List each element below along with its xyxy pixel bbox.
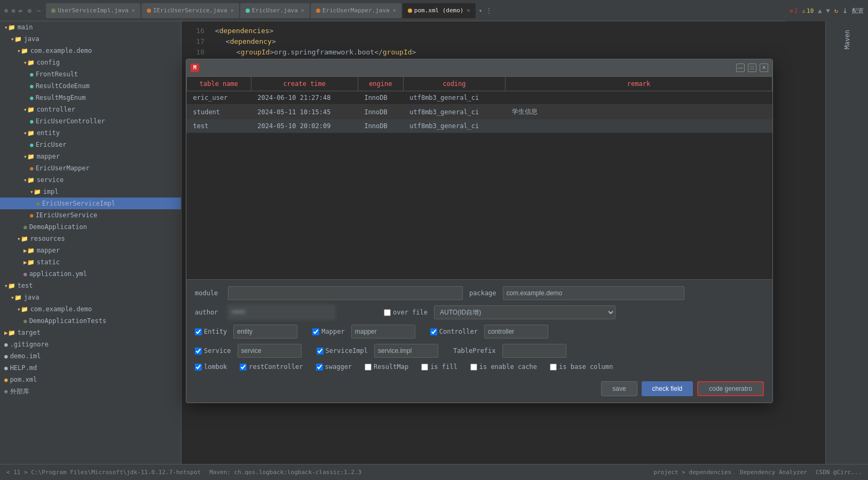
is-base-column-label: is base column	[559, 363, 613, 371]
cell-engine: InnoDB	[358, 91, 403, 105]
form-area: module package author over file	[186, 280, 772, 377]
cell-engine: InnoDB	[358, 120, 403, 133]
col-table-name: table name	[187, 77, 251, 91]
swagger-checkbox-group: swagger	[316, 363, 352, 371]
service-input[interactable]	[238, 344, 302, 358]
table-row[interactable]: test 2024-05-10 20:02:09 InnoDB utf8mb3_…	[187, 120, 772, 133]
service-label: Service	[204, 347, 231, 355]
form-section: module package author over file	[186, 279, 772, 403]
cell-engine: InnoDB	[358, 105, 403, 120]
author-input[interactable]	[228, 305, 335, 319]
col-remark: remark	[506, 77, 772, 91]
swagger-checkbox[interactable]	[316, 364, 323, 371]
serviceimpl-checkbox-group: ServiceImpl	[317, 347, 368, 355]
resultmap-label: ResultMap	[374, 363, 408, 371]
cell-create-time: 2024-05-10 20:02:09	[251, 120, 358, 133]
options-row: lombok restController swagger Resul	[195, 363, 764, 371]
is-enable-cache-label: is enable cache	[479, 363, 537, 371]
cell-coding: utf8mb3_general_ci	[403, 105, 505, 120]
is-fill-label: is fill	[430, 363, 457, 371]
button-row: save check field code generatro	[186, 377, 772, 403]
entity-input[interactable]	[233, 325, 297, 339]
cell-coding: utf8mb3_general_ci	[403, 120, 505, 133]
is-base-column-checkbox[interactable]	[550, 364, 557, 371]
service-checkbox-group: Service	[195, 347, 231, 355]
modal-title-left: M	[191, 64, 199, 72]
is-fill-checkbox[interactable]	[421, 364, 428, 371]
entity-checkbox[interactable]	[195, 328, 202, 335]
cell-coding: utf8mb3_general_ci	[403, 91, 505, 105]
module-package-row: module package	[195, 286, 764, 300]
modal-overlay: M — □ ✕ table name create time engine	[0, 0, 868, 480]
cell-table-name: test	[187, 120, 251, 133]
swagger-label: swagger	[325, 363, 352, 371]
is-enable-cache-checkbox-group: is enable cache	[470, 363, 537, 371]
tables-table: table name create time engine coding rem…	[186, 76, 772, 133]
entity-checkbox-group: Entity	[195, 328, 227, 335]
mapper-checkbox[interactable]	[312, 328, 319, 335]
entity-mapper-controller-row: Entity Mapper Controller	[195, 325, 764, 339]
lombok-label: lombok	[204, 363, 227, 371]
serviceimpl-checkbox[interactable]	[317, 348, 323, 355]
check-field-button[interactable]: check field	[642, 381, 693, 396]
is-enable-cache-checkbox[interactable]	[470, 364, 477, 371]
resultmap-checkbox[interactable]	[365, 364, 372, 371]
is-fill-checkbox-group: is fill	[421, 363, 457, 371]
mapper-label: Mapper	[321, 328, 344, 335]
controller-input[interactable]	[484, 325, 548, 339]
col-create-time: create time	[251, 77, 358, 91]
controller-label: Controller	[439, 328, 478, 335]
code-generator-modal: M — □ ✕ table name create time engine	[186, 59, 773, 403]
tableprefix-input[interactable]	[502, 344, 566, 358]
table-empty-area	[186, 133, 772, 279]
cell-create-time: 2024-06-10 21:27:48	[251, 91, 358, 105]
ide-background: ⊕ ≡ ⇌ ⚙ — UserServiceImpl.java × IEricUs…	[0, 0, 868, 480]
lombok-checkbox[interactable]	[195, 364, 202, 371]
table-scroll-area[interactable]: table name create time engine coding rem…	[186, 76, 772, 279]
controller-checkbox-group: Controller	[430, 328, 478, 335]
mapper-input[interactable]	[351, 325, 415, 339]
modal-minimize-button[interactable]: —	[736, 64, 745, 72]
modal-close-button[interactable]: ✕	[760, 64, 768, 72]
cell-remark	[506, 120, 772, 133]
modal-title-bar: M — □ ✕	[186, 59, 772, 76]
over-file-checkbox-group: over file	[384, 309, 428, 316]
cell-table-name: student	[187, 105, 251, 120]
package-label: package	[469, 289, 496, 297]
author-row: author over file AUTO(ID自增)	[195, 305, 764, 319]
col-coding: coding	[403, 77, 505, 91]
col-engine: engine	[358, 77, 403, 91]
table-row[interactable]: student 2024-05-11 10:15:45 InnoDB utf8m…	[187, 105, 772, 120]
entity-label: Entity	[204, 328, 227, 335]
auto-id-select[interactable]: AUTO(ID自增)	[434, 305, 616, 319]
modal-maximize-button[interactable]: □	[748, 64, 756, 72]
over-file-checkbox[interactable]	[384, 309, 391, 316]
tableprefix-label: TablePrefix	[453, 347, 495, 355]
mapper-checkbox-group: Mapper	[312, 328, 344, 335]
restcontroller-label: restController	[249, 363, 303, 371]
service-checkbox[interactable]	[195, 348, 202, 355]
save-button[interactable]: save	[601, 381, 637, 396]
modal-app-icon: M	[191, 64, 199, 72]
serviceimpl-input[interactable]	[374, 344, 438, 358]
table-row[interactable]: eric_user 2024-06-10 21:27:48 InnoDB utf…	[187, 91, 772, 105]
package-input[interactable]	[503, 286, 684, 300]
controller-checkbox[interactable]	[430, 328, 437, 335]
module-input[interactable]	[228, 286, 463, 300]
over-file-label: over file	[393, 309, 428, 316]
cell-remark: 学生信息	[506, 105, 772, 120]
resultmap-checkbox-group: ResultMap	[365, 363, 408, 371]
restcontroller-checkbox-group: restController	[240, 363, 303, 371]
cell-remark	[506, 91, 772, 105]
modal-window-controls: — □ ✕	[736, 64, 768, 72]
cell-create-time: 2024-05-11 10:15:45	[251, 105, 358, 120]
service-serviceimpl-tableprefix-row: Service ServiceImpl TablePrefix	[195, 344, 764, 358]
is-base-column-checkbox-group: is base column	[550, 363, 613, 371]
module-label: module	[195, 289, 222, 297]
cell-table-name: eric_user	[187, 91, 251, 105]
code-generator-button[interactable]: code generatro	[697, 381, 764, 396]
serviceimpl-label: ServiceImpl	[326, 347, 368, 355]
lombok-checkbox-group: lombok	[195, 363, 227, 371]
author-label: author	[195, 309, 222, 316]
restcontroller-checkbox[interactable]	[240, 364, 247, 371]
